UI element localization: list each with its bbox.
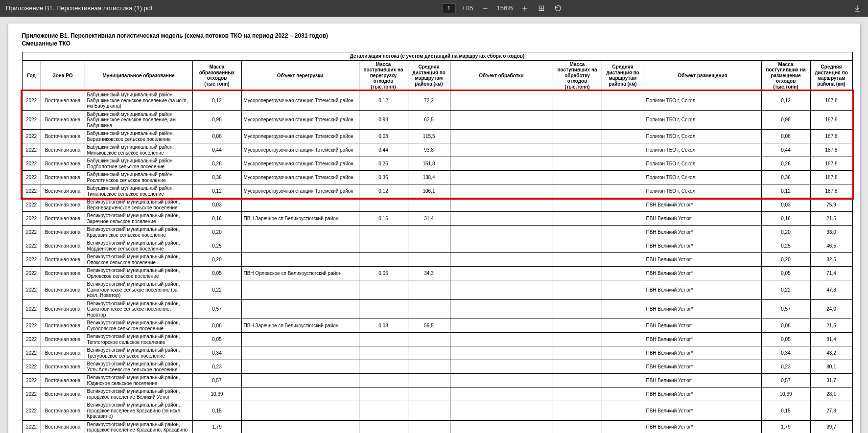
zoom-in-button[interactable]	[520, 3, 530, 13]
download-button[interactable]	[852, 3, 862, 13]
page-current-input[interactable]: 1	[442, 3, 456, 13]
rotate-button[interactable]	[553, 3, 563, 13]
page-total: / 85	[463, 4, 473, 12]
zoom-out-button[interactable]	[480, 3, 490, 13]
file-name: Приложение В1. Перспективная логистика (…	[6, 4, 153, 12]
pdf-toolbar: Приложение В1. Перспективная логистика (…	[0, 0, 868, 17]
zoom-level: 156%	[497, 4, 513, 12]
fit-page-button[interactable]	[537, 3, 546, 13]
